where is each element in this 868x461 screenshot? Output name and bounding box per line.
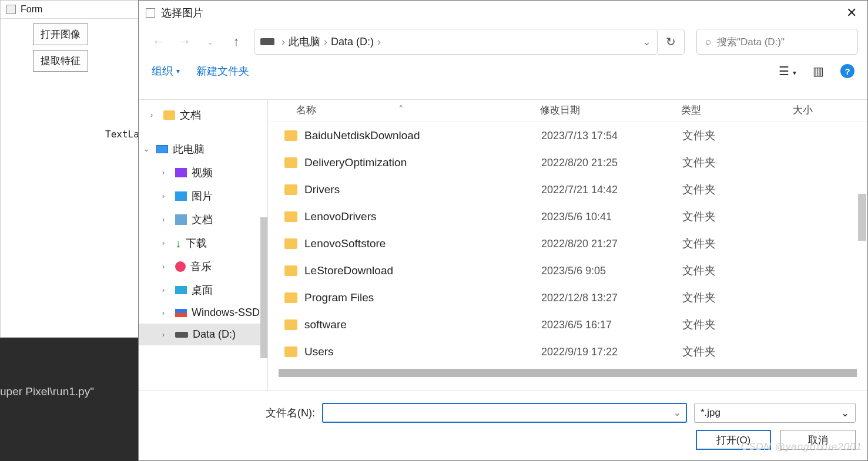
file-row[interactable]: LenovoDrivers2023/5/6 10:41文件夹 xyxy=(268,203,867,230)
chevron-right-icon[interactable]: › xyxy=(324,36,327,48)
tree-music[interactable]: ›音乐 xyxy=(139,255,267,278)
breadcrumb-pc[interactable]: 此电脑 xyxy=(289,35,320,49)
file-row[interactable]: Users2022/9/19 17:22文件夹 xyxy=(268,338,867,365)
col-date[interactable]: 修改日期 xyxy=(540,103,681,117)
chevron-down-icon: ▾ xyxy=(176,67,180,75)
window-icon xyxy=(6,5,16,14)
folder-icon xyxy=(284,319,297,330)
file-type: 文件夹 xyxy=(682,182,794,197)
breadcrumb[interactable]: › 此电脑 › Data (D:) › ⌄ xyxy=(254,29,658,55)
view-list-icon[interactable]: ☰ ▾ xyxy=(779,64,796,78)
video-icon xyxy=(175,168,187,177)
file-row[interactable]: LenovoSoftstore2022/8/20 21:27文件夹 xyxy=(268,230,867,257)
folder-icon xyxy=(284,292,297,303)
pc-icon xyxy=(156,145,168,153)
refresh-button[interactable]: ↻ xyxy=(658,29,685,55)
file-date: 2022/8/20 21:27 xyxy=(541,238,682,250)
new-folder-button[interactable]: 新建文件夹 xyxy=(196,64,249,78)
sort-asc-icon[interactable]: ˄ xyxy=(398,104,404,116)
file-list-area: 名称˄ 修改日期 类型 大小 BaiduNetdiskDownload2023/… xyxy=(268,100,867,391)
chevron-down-icon: ⌄ xyxy=(841,407,849,419)
filename-input[interactable]: ⌄ xyxy=(322,403,687,423)
file-row[interactable]: BaiduNetdiskDownload2023/7/13 17:54文件夹 xyxy=(268,122,867,149)
search-icon: ⌕ xyxy=(705,36,711,48)
filename-label: 文件名(N): xyxy=(150,406,315,420)
folder-icon xyxy=(284,346,297,357)
tree-data-drive[interactable]: ›Data (D:) xyxy=(139,324,267,345)
preview-pane-icon[interactable]: ▥ xyxy=(813,64,824,78)
folder-icon xyxy=(163,110,175,120)
forward-button[interactable]: → xyxy=(174,31,195,52)
file-row[interactable]: DeliveryOptimization2022/8/20 21:25文件夹 xyxy=(268,149,867,176)
chevron-right-icon[interactable]: › xyxy=(281,36,285,48)
file-rows: BaiduNetdiskDownload2023/7/13 17:54文件夹De… xyxy=(268,122,867,365)
file-row[interactable]: Drivers2022/7/21 14:42文件夹 xyxy=(268,176,867,203)
chevron-down-icon[interactable]: ⌄ xyxy=(673,408,681,418)
file-name: LeStoreDownload xyxy=(304,264,541,277)
recent-dropdown[interactable]: ⌄ xyxy=(200,31,221,52)
extract-features-button[interactable]: 提取特征 xyxy=(33,50,88,72)
drive-icon xyxy=(260,38,274,45)
tree-desktop[interactable]: ›桌面 xyxy=(139,278,267,302)
horizontal-scrollbar[interactable] xyxy=(279,369,857,377)
file-type: 文件夹 xyxy=(682,236,794,251)
close-icon[interactable]: ✕ xyxy=(843,5,860,21)
col-name[interactable]: 名称 xyxy=(296,103,316,117)
images-icon xyxy=(175,191,187,201)
column-headers[interactable]: 名称˄ 修改日期 类型 大小 xyxy=(268,100,867,122)
breadcrumb-drive[interactable]: Data (D:) xyxy=(331,36,374,48)
chevron-right-icon[interactable]: › xyxy=(377,36,381,48)
tree-scrollbar[interactable] xyxy=(260,217,267,358)
file-row[interactable]: Program Files2022/12/8 13:27文件夹 xyxy=(268,284,867,311)
col-type[interactable]: 类型 xyxy=(681,103,793,117)
organize-menu[interactable]: 组织 ▾ xyxy=(152,64,180,78)
ssd-drive-icon xyxy=(175,309,187,317)
col-size[interactable]: 大小 xyxy=(793,103,813,117)
terminal-panel: uper Pixel\run1.py" xyxy=(0,338,138,461)
open-button[interactable]: 打开(O) xyxy=(696,430,771,450)
cancel-button[interactable]: 取消 xyxy=(780,430,856,450)
tree-documents-top[interactable]: ›文档 xyxy=(139,103,267,127)
file-name: DeliveryOptimization xyxy=(304,156,541,169)
open-image-button[interactable]: 打开图像 xyxy=(33,23,88,45)
toolbar: 组织 ▾ 新建文件夹 ☰ ▾ ▥ ? xyxy=(139,58,867,84)
chevron-down-icon[interactable]: ⌄ xyxy=(642,35,651,48)
tree-video[interactable]: ›视频 xyxy=(139,161,267,184)
tree-images[interactable]: ›图片 xyxy=(139,184,267,208)
search-placeholder: 搜索"Data (D:)" xyxy=(717,35,785,49)
help-icon[interactable]: ? xyxy=(840,64,854,78)
file-date: 2022/7/21 14:42 xyxy=(541,184,682,196)
music-icon xyxy=(175,261,186,272)
file-type: 文件夹 xyxy=(682,209,794,224)
file-type: 文件夹 xyxy=(682,128,794,143)
file-date: 2022/9/19 17:22 xyxy=(541,346,682,358)
tree-this-pc[interactable]: ⌄此电脑 xyxy=(139,137,267,161)
desktop-icon xyxy=(175,286,187,294)
file-type-filter[interactable]: *.jpg ⌄ xyxy=(694,403,856,423)
tree-ssd[interactable]: ›Windows-SSD xyxy=(139,302,267,324)
folder-tree[interactable]: ›文档 ⌄此电脑 ›视频 ›图片 ›文档 ›↓下载 ›音乐 ›桌面 ›Windo… xyxy=(139,100,268,391)
file-name: Program Files xyxy=(304,291,541,304)
back-button[interactable]: ← xyxy=(148,31,169,52)
dialog-title-bar: 选择图片 ✕ xyxy=(139,1,867,25)
file-row[interactable]: LeStoreDownload2023/5/6 9:05文件夹 xyxy=(268,257,867,284)
vertical-scrollbar[interactable] xyxy=(858,194,866,241)
file-type: 文件夹 xyxy=(682,263,794,278)
text-label: TextLa xyxy=(105,129,139,140)
folder-icon xyxy=(284,130,297,141)
folder-icon xyxy=(284,265,297,276)
search-input[interactable]: ⌕ 搜索"Data (D:)" xyxy=(696,29,858,55)
up-button[interactable]: ↑ xyxy=(226,31,247,52)
drive-icon xyxy=(175,332,188,338)
tree-downloads[interactable]: ›↓下载 xyxy=(139,231,267,255)
folder-icon xyxy=(284,184,297,195)
tree-documents[interactable]: ›文档 xyxy=(139,208,267,231)
file-type: 文件夹 xyxy=(682,290,794,305)
terminal-line: uper Pixel\run1.py" xyxy=(0,385,94,398)
file-open-dialog: 选择图片 ✕ ← → ⌄ ↑ › 此电脑 › Data (D:) › ⌄ ↻ ⌕… xyxy=(138,0,868,461)
file-name: LenovoDrivers xyxy=(304,210,541,223)
file-type: 文件夹 xyxy=(682,344,794,359)
folder-icon xyxy=(284,211,297,222)
file-date: 2022/12/8 13:27 xyxy=(541,292,682,304)
file-row[interactable]: software2023/6/5 16:17文件夹 xyxy=(268,311,867,338)
